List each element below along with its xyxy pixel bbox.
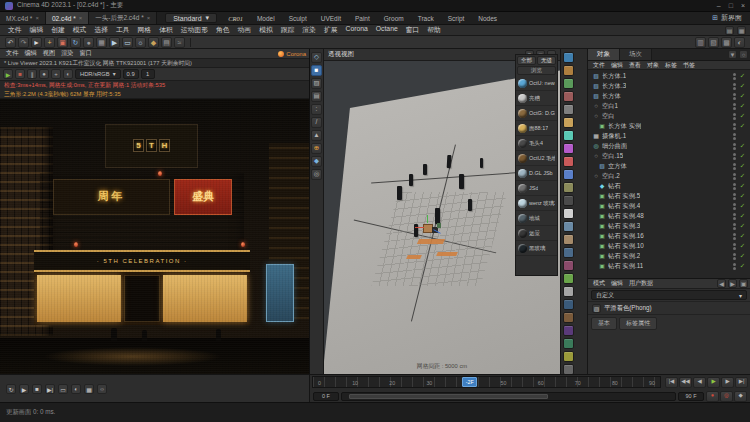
palette-slot[interactable] bbox=[563, 78, 574, 89]
palette-slot[interactable] bbox=[563, 247, 574, 258]
document-tab[interactable]: MX.c4d * × bbox=[0, 12, 46, 24]
menu-item[interactable]: 文件 bbox=[3, 49, 21, 58]
scene-object[interactable] bbox=[423, 164, 427, 175]
menu-item[interactable]: 文件 bbox=[4, 25, 26, 35]
menu-item[interactable]: 用户数据 bbox=[626, 279, 656, 288]
render-visibility-dot[interactable] bbox=[733, 217, 736, 220]
menu-item[interactable]: 模式 bbox=[69, 25, 91, 35]
enabled-check-icon[interactable]: ✓ bbox=[738, 122, 747, 130]
menu-item[interactable]: 角色 bbox=[212, 25, 234, 35]
transport-button[interactable]: ◀ bbox=[693, 377, 706, 388]
palette-slot[interactable] bbox=[563, 299, 574, 310]
mode-icon[interactable]: ■ bbox=[311, 65, 322, 76]
object-row[interactable]: ▣ 钻石 实例.3 ✓ bbox=[588, 221, 750, 231]
palette-slot[interactable] bbox=[563, 221, 574, 232]
mode-icon[interactable]: ▲ bbox=[311, 130, 322, 141]
range-start-field[interactable]: 0 F bbox=[313, 392, 339, 401]
enabled-check-icon[interactable]: ✓ bbox=[738, 152, 747, 160]
menu-item[interactable]: 标签 bbox=[662, 61, 680, 70]
object-row[interactable]: ▧ 立方体 ✓ bbox=[588, 161, 750, 171]
panel-icon[interactable]: ▣ bbox=[739, 279, 748, 288]
layout-tab[interactable]: Track bbox=[411, 12, 441, 24]
render-visibility-dot[interactable] bbox=[733, 97, 736, 100]
menu-item[interactable]: 编辑 bbox=[608, 61, 626, 70]
object-row[interactable]: ○ 空白 ✓ bbox=[588, 111, 750, 121]
panel-icon[interactable]: ▶ bbox=[728, 279, 737, 288]
toolbar-icon[interactable]: ▩ bbox=[721, 37, 732, 48]
menu-item[interactable]: 扩展 bbox=[320, 25, 342, 35]
live-viewer-transport-icon[interactable]: ▶| bbox=[45, 384, 55, 394]
palette-slot[interactable] bbox=[563, 208, 574, 219]
enabled-check-icon[interactable]: ✓ bbox=[738, 112, 747, 120]
render-visibility-dot[interactable] bbox=[733, 207, 736, 210]
layout-selector[interactable]: Standard ▾ bbox=[165, 13, 217, 23]
render-visibility-dot[interactable] bbox=[733, 197, 736, 200]
transport-button[interactable]: ▶ bbox=[707, 377, 720, 388]
enabled-check-icon[interactable]: ✓ bbox=[738, 162, 747, 170]
live-viewer-transport-icon[interactable]: ☼ bbox=[97, 384, 107, 394]
live-viewer-transport-icon[interactable]: ↻ bbox=[6, 384, 16, 394]
material-item[interactable]: OctU2 毛地 bbox=[516, 151, 557, 166]
toolbar-icon[interactable]: ▦ bbox=[96, 37, 107, 48]
layout-tab[interactable]: Groom bbox=[377, 12, 411, 24]
tab-close-icon[interactable]: × bbox=[35, 15, 39, 21]
editor-visibility-dot[interactable] bbox=[733, 73, 736, 76]
editor-visibility-dot[interactable] bbox=[733, 213, 736, 216]
frame-ruler[interactable]: -2F 0102030405060708090 bbox=[312, 376, 661, 388]
editor-visibility-dot[interactable] bbox=[733, 103, 736, 106]
toolbar-icon[interactable]: ▥ bbox=[695, 37, 706, 48]
enabled-check-icon[interactable]: ✓ bbox=[738, 102, 747, 110]
menu-item[interactable]: 动画 bbox=[234, 25, 256, 35]
object-row[interactable]: ▧ 长方体 ✓ bbox=[588, 91, 750, 101]
palette-slot[interactable] bbox=[563, 286, 574, 297]
object-row[interactable]: ▣ 钻石 实例.5 ✓ bbox=[588, 191, 750, 201]
menu-item[interactable]: 体积 bbox=[155, 25, 177, 35]
tab-close-icon[interactable]: × bbox=[147, 15, 151, 21]
menu-item[interactable]: 模拟 bbox=[255, 25, 277, 35]
palette-slot[interactable] bbox=[563, 52, 574, 63]
layout-tab[interactable]: Model bbox=[250, 12, 282, 24]
toolbar-icon[interactable]: ↶ bbox=[5, 37, 16, 48]
toolbar-icon[interactable]: ▣ bbox=[57, 37, 68, 48]
palette-slot[interactable] bbox=[563, 156, 574, 167]
live-viewer-icon[interactable]: ● bbox=[39, 69, 49, 79]
render-visibility-dot[interactable] bbox=[733, 107, 736, 110]
render-visibility-dot[interactable] bbox=[733, 127, 736, 130]
layout-tab[interactable]: Script bbox=[441, 12, 472, 24]
object-row[interactable]: ○ 空白1 ✓ bbox=[588, 101, 750, 111]
console-icon[interactable]: ▦ bbox=[737, 26, 746, 35]
interface-settings-icon[interactable]: ▤ bbox=[725, 26, 734, 35]
editor-visibility-dot[interactable] bbox=[733, 183, 736, 186]
render-visibility-dot[interactable] bbox=[733, 187, 736, 190]
palette-slot[interactable] bbox=[563, 312, 574, 323]
selected-object-row[interactable]: ▨ 平滑着色(Phong) bbox=[588, 302, 750, 315]
menu-item[interactable]: 工具 bbox=[112, 25, 134, 35]
palette-slot[interactable] bbox=[563, 351, 574, 362]
live-viewer-transport-icon[interactable]: ▭ bbox=[58, 384, 68, 394]
render-visibility-dot[interactable] bbox=[733, 177, 736, 180]
live-viewer-transport-icon[interactable]: ▦ bbox=[84, 384, 94, 394]
menu-item[interactable]: 窗口 bbox=[77, 49, 95, 58]
transport-button[interactable]: ◀◀ bbox=[679, 377, 692, 388]
editor-visibility-dot[interactable] bbox=[733, 113, 736, 116]
transport-button[interactable]: |◀ bbox=[665, 377, 678, 388]
menu-item[interactable]: 书签 bbox=[680, 61, 698, 70]
range-slider-handle[interactable] bbox=[349, 394, 549, 399]
panel-icon[interactable]: ○ bbox=[739, 50, 748, 59]
material-item[interactable]: 面88:17 bbox=[516, 121, 557, 136]
live-viewer-icon[interactable]: ■ bbox=[15, 69, 25, 79]
editor-visibility-dot[interactable] bbox=[733, 143, 736, 146]
editor-visibility-dot[interactable] bbox=[733, 93, 736, 96]
y-axis-handle[interactable] bbox=[427, 215, 428, 223]
enabled-check-icon[interactable]: ✓ bbox=[738, 222, 747, 230]
material-filter-button[interactable]: 全部 bbox=[517, 56, 536, 65]
enabled-check-icon[interactable]: ✓ bbox=[738, 262, 747, 270]
material-item[interactable]: 亮糟 bbox=[516, 91, 557, 106]
document-tab[interactable]: 一头-后景2.c4d * × bbox=[89, 12, 157, 24]
editor-visibility-dot[interactable] bbox=[733, 173, 736, 176]
layout-tab[interactable]: Sculpt bbox=[282, 12, 314, 24]
menu-item[interactable]: 窗口 bbox=[402, 25, 424, 35]
menu-item[interactable]: 编辑 bbox=[26, 25, 48, 35]
enabled-check-icon[interactable]: ✓ bbox=[738, 172, 747, 180]
scene-object[interactable] bbox=[409, 174, 413, 186]
